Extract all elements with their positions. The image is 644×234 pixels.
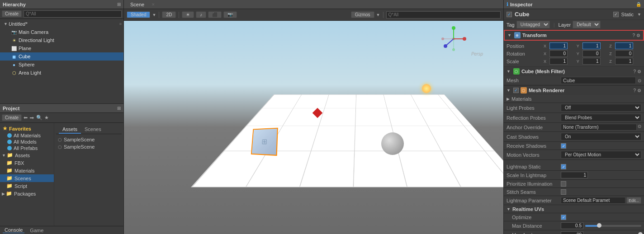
fav-item-prefabs[interactable]: All Prefabs — [0, 145, 54, 151]
packages-folder[interactable]: ▶ 📁 Packages — [0, 190, 54, 197]
static-dropdown-icon[interactable]: ▼ — [637, 12, 641, 17]
position-y-input[interactable] — [582, 42, 601, 49]
pos-z-axis-label: Z — [609, 44, 615, 48]
scene-file-2[interactable]: ⬡ SampleScene — [56, 143, 122, 150]
gizmos-btn[interactable]: Gizmos — [351, 11, 374, 18]
2d-btn[interactable]: 2D — [162, 11, 176, 18]
mesh-filter-settings-icon[interactable]: ⚙ — [637, 69, 641, 74]
scale-lightmap-label: Scale In Lightmap — [507, 173, 561, 178]
shading-mode-btn[interactable]: Shaded — [127, 11, 150, 18]
assets-folder[interactable]: ▼ 📁 Assets — [0, 151, 54, 159]
layer-dropdown[interactable]: Default — [573, 21, 601, 28]
scale-x-input[interactable] — [549, 58, 568, 65]
scene-sphere[interactable] — [381, 132, 404, 155]
all-models-label: All Models — [14, 139, 37, 145]
lightmap-param-edit-btn[interactable]: Edit... — [626, 197, 641, 204]
project-create-btn[interactable]: Create — [2, 114, 22, 121]
scene-tab[interactable]: Scene — [127, 1, 148, 8]
anchor-select-icon[interactable]: ⊙ — [638, 124, 641, 131]
rotation-x-input[interactable] — [549, 50, 568, 57]
project-search-icon[interactable]: 🔍 — [36, 115, 43, 121]
static-checkbox[interactable]: ✓ — [613, 12, 619, 17]
mesh-renderer-help-icon[interactable]: ? — [633, 88, 636, 93]
hierarchy-search-input[interactable] — [24, 10, 122, 18]
transform-right-icons: ? ⚙ — [632, 33, 640, 38]
mesh-renderer-settings-icon[interactable]: ⚙ — [637, 88, 641, 93]
hierarchy-item-sphere[interactable]: ● Sphere — [0, 61, 123, 69]
persp-label: Persp — [471, 51, 483, 56]
hierarchy-item-plane[interactable]: ⬜ Plane — [0, 44, 123, 52]
mesh-filter-header[interactable]: ▼ ⬡ Cube (Mesh Filter) ? ⚙ — [504, 67, 644, 76]
max-distance-track[interactable] — [585, 225, 641, 227]
lighting-btn[interactable]: ☀ — [182, 11, 194, 18]
scale-x-axis-label: X — [544, 59, 549, 64]
game-tab[interactable]: Game — [28, 228, 45, 233]
shading-dropdown-icon[interactable]: ▼ — [152, 13, 156, 17]
project-icon-1[interactable]: ⬅ — [24, 115, 28, 121]
scale-y-input[interactable] — [582, 58, 601, 65]
hierarchy-item-cube[interactable]: ◼ Cube — [0, 52, 123, 61]
audio-btn[interactable]: ♪ — [196, 11, 206, 18]
scene-gizmo[interactable] — [440, 25, 467, 52]
scene-search-input[interactable] — [386, 11, 501, 19]
gizmo-svg — [440, 25, 467, 52]
cast-shadows-select[interactable]: On — [561, 133, 641, 140]
scene-file-1[interactable]: ⬡ SampleScene — [56, 136, 122, 143]
rotation-y-input[interactable] — [582, 50, 601, 57]
scenes-folder[interactable]: 📁 Scenes — [0, 174, 54, 182]
obj-enabled-checkbox[interactable] — [507, 12, 512, 17]
optimize-checkbox[interactable] — [561, 215, 566, 220]
cube-icon: ◼ — [11, 53, 17, 60]
fav-item-models[interactable]: All Models — [0, 139, 54, 145]
mesh-renderer-header[interactable]: ▼ ⬡ Mesh Renderer ? ⚙ — [504, 86, 644, 95]
scale-lightmap-input[interactable] — [561, 172, 588, 178]
scale-z-input[interactable] — [615, 58, 633, 65]
lightmap-static-checkbox[interactable] — [561, 164, 566, 169]
inspector-pin-icon: 🔒 — [636, 2, 641, 7]
rotation-z-input[interactable] — [615, 50, 633, 57]
tag-dropdown[interactable]: Untagged — [516, 21, 550, 28]
light-probes-select[interactable]: Off — [561, 104, 641, 112]
tab-assets[interactable]: Assets — [59, 126, 81, 134]
position-z-input[interactable] — [615, 42, 633, 49]
transform-header[interactable]: ▼ ⊕ Transform ? ⚙ — [504, 30, 644, 41]
gizmos-dropdown-icon[interactable]: ▼ — [376, 13, 380, 17]
max-distance-input[interactable] — [561, 222, 583, 229]
receive-shadows-checkbox[interactable] — [561, 143, 566, 149]
fav-item-materials[interactable]: All Materials — [0, 132, 54, 139]
transform-help-icon[interactable]: ? — [632, 33, 635, 38]
scene-view[interactable]: ⊞ — [124, 21, 503, 234]
transform-settings-icon[interactable]: ⚙ — [636, 33, 640, 38]
camera-btn[interactable]: 📷 — [223, 11, 237, 18]
mesh-select-icon[interactable]: ⊙ — [638, 78, 641, 83]
script-folder[interactable]: 📁 Script — [0, 182, 54, 190]
position-x-input[interactable] — [549, 42, 568, 49]
fbx-folder[interactable]: 📁 FBX — [0, 159, 54, 167]
mesh-filter-help-icon[interactable]: ? — [633, 69, 636, 74]
hierarchy-create-btn[interactable]: Create — [2, 10, 22, 17]
materials-folder[interactable]: 📁 Materials — [0, 167, 54, 174]
console-tab[interactable]: Console — [3, 227, 24, 233]
max-angle-input[interactable] — [561, 231, 583, 234]
max-angle-thumb[interactable] — [638, 232, 643, 234]
realtime-uvs-row[interactable]: ▼ Realtime UVs — [504, 205, 644, 213]
mesh-renderer-enabled-checkbox[interactable] — [513, 88, 519, 93]
hierarchy-item-area-light[interactable]: ⬡ Area Light — [0, 69, 123, 77]
stitch-seams-checkbox[interactable] — [561, 189, 566, 195]
scene-cube[interactable]: ⊞ — [251, 128, 278, 156]
area-light-icon: ⬡ — [11, 70, 17, 76]
hierarchy-scene-root[interactable]: ▼ Untitled* ≡ — [0, 20, 123, 28]
hierarchy-item-main-camera[interactable]: 📷 Main Camera — [0, 28, 123, 36]
project-icon-2[interactable]: ⮕ — [29, 115, 34, 121]
motion-vectors-select[interactable]: Per Object Motion — [561, 151, 641, 159]
tab-scenes[interactable]: Scenes — [81, 126, 105, 134]
project-tabs: Assets Scenes — [56, 125, 122, 134]
scene-sun — [422, 84, 431, 93]
fx-btn[interactable]: ⬛ — [208, 11, 222, 18]
materials-row[interactable]: ▶ Materials — [504, 95, 644, 103]
project-star-icon[interactable]: ★ — [44, 115, 49, 121]
max-distance-thumb[interactable] — [597, 223, 601, 228]
prioritize-checkbox[interactable] — [561, 181, 566, 187]
reflection-probes-select[interactable]: Blend Probes — [561, 114, 641, 122]
hierarchy-item-dir-light[interactable]: ☀ Directional Light — [0, 36, 123, 44]
